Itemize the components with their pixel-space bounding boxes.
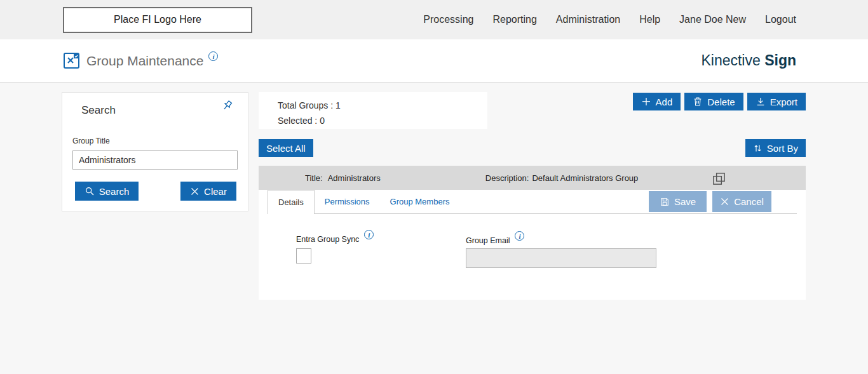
- sort-by-button[interactable]: Sort By: [745, 139, 806, 157]
- nav-processing[interactable]: Processing: [423, 14, 473, 25]
- page-header: Group Maintenance i Kinective Sign: [0, 39, 868, 83]
- summary-box: Total Groups : 1 Selected : 0: [259, 92, 487, 129]
- brand-logo: Kinective Sign: [701, 52, 796, 69]
- nav-user-jane-doe-new[interactable]: Jane Doe New: [679, 14, 746, 25]
- tab-group-members[interactable]: Group Members: [380, 190, 460, 213]
- add-button-label: Add: [656, 97, 673, 107]
- group-title-value: Administrators: [328, 173, 381, 183]
- tab-details[interactable]: Details: [268, 190, 315, 214]
- selected-count-text: Selected : 0: [278, 113, 487, 128]
- save-button[interactable]: Save: [649, 191, 707, 212]
- detail-actions: Save Cancel: [649, 191, 771, 212]
- search-panel: Search Group Title Search Clear: [62, 92, 248, 211]
- copy-icon[interactable]: [712, 171, 726, 186]
- delete-button-label: Delete: [707, 97, 735, 107]
- clear-button-label: Clear: [204, 186, 227, 197]
- fi-logo-text: Place FI Logo Here: [114, 14, 201, 25]
- trash-icon: [693, 97, 703, 107]
- group-email-info-icon[interactable]: i: [515, 231, 524, 241]
- group-description-value: Default Administrators Group: [532, 173, 638, 183]
- entra-group-sync-info-icon[interactable]: i: [364, 230, 374, 239]
- cancel-button[interactable]: Cancel: [712, 191, 771, 212]
- clear-button[interactable]: Clear: [180, 182, 236, 201]
- select-all-button[interactable]: Select All: [259, 139, 313, 157]
- brand-regular: Kinective: [701, 52, 760, 69]
- delete-button[interactable]: Delete: [684, 93, 743, 110]
- pin-icon[interactable]: [217, 97, 237, 116]
- group-title-input[interactable]: [72, 150, 238, 170]
- tab-permissions[interactable]: Permissions: [315, 190, 380, 213]
- page-header-left: Group Maintenance i: [63, 52, 218, 69]
- page-title-info-icon[interactable]: i: [208, 51, 218, 61]
- group-detail-panel: Details Permissions Group Members Save C…: [259, 190, 806, 300]
- group-row[interactable]: Title: Administrators Description: Defau…: [259, 166, 806, 190]
- cancel-button-label: Cancel: [734, 196, 764, 207]
- fi-logo-placeholder: Place FI Logo Here: [63, 7, 252, 33]
- x-icon: [190, 187, 200, 196]
- main-content: Search Group Title Search Clear: [0, 83, 868, 374]
- page: Place FI Logo Here Processing Reporting …: [0, 0, 868, 374]
- nav-reporting[interactable]: Reporting: [492, 14, 536, 25]
- cancel-x-icon: [720, 197, 729, 206]
- entra-group-sync-label: Entra Group Synci: [296, 234, 374, 244]
- nav-administration[interactable]: Administration: [556, 14, 620, 25]
- search-button[interactable]: Search: [75, 182, 139, 201]
- export-button-label: Export: [770, 97, 797, 107]
- group-toolbar: Add Delete Export: [633, 93, 806, 110]
- sort-icon: [753, 144, 763, 153]
- search-icon: [85, 186, 95, 196]
- group-email-label-text: Group Email: [466, 236, 510, 245]
- search-panel-title: Search: [81, 104, 116, 117]
- entra-group-sync-label-text: Entra Group Sync: [296, 235, 359, 244]
- top-bar: Place FI Logo Here Processing Reporting …: [0, 0, 868, 39]
- nav-help[interactable]: Help: [639, 14, 660, 25]
- group-title-label: Group Title: [72, 137, 110, 145]
- download-icon: [756, 97, 766, 107]
- group-email-input: [466, 248, 656, 268]
- total-groups-text: Total Groups : 1: [278, 98, 487, 113]
- plus-icon: [641, 97, 651, 107]
- save-button-label: Save: [674, 196, 696, 207]
- group-description-label: Description:: [485, 173, 529, 183]
- group-maintenance-icon: [63, 52, 80, 69]
- top-nav: Processing Reporting Administration Help…: [423, 14, 868, 25]
- sort-by-label: Sort By: [767, 143, 798, 154]
- export-button[interactable]: Export: [747, 93, 806, 110]
- save-icon: [660, 197, 670, 207]
- nav-logout[interactable]: Logout: [765, 14, 796, 25]
- entra-group-sync-checkbox[interactable]: [296, 248, 311, 264]
- group-title-field-label: Title:: [305, 173, 323, 183]
- brand-bold: Sign: [764, 52, 796, 69]
- group-email-label: Group Emaili: [466, 236, 524, 245]
- add-button[interactable]: Add: [633, 93, 681, 110]
- search-button-label: Search: [99, 186, 130, 197]
- page-title: Group Maintenance: [86, 53, 203, 69]
